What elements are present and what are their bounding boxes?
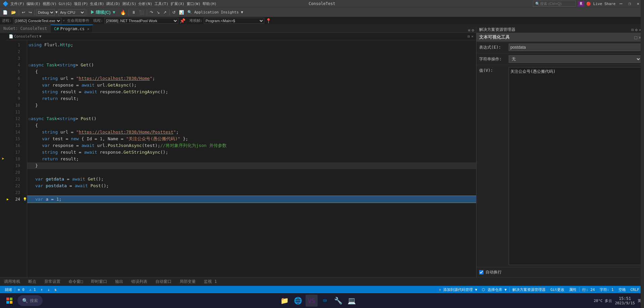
menu-tools[interactable]: 工具(T) [154, 1, 169, 6]
sb-up[interactable]: ↑ [39, 288, 45, 292]
line-num-21: 21 [6, 176, 27, 183]
btab-locals[interactable]: 局部变量 [176, 277, 200, 286]
btab-auto[interactable]: 自动窗口 [151, 277, 176, 286]
taskbar-icon-rider[interactable]: 🔧 [332, 295, 344, 307]
hot-reload-btn[interactable]: 🔥 [119, 9, 127, 16]
line-num-18: 18 [6, 156, 27, 162]
sb-encoding[interactable]: CRLF [629, 288, 642, 292]
cpu-config-select[interactable]: Any CPU [58, 9, 85, 16]
stop-btn[interactable]: ⬛ [138, 9, 145, 15]
tab-program-cs[interactable]: C# Program.cs × [51, 24, 93, 33]
open-folder-btn[interactable]: 📂 [10, 9, 17, 15]
btab-immediate[interactable]: 即时窗口 [87, 277, 111, 286]
sb-line: 行: 24 [580, 287, 597, 292]
sb-git-changes[interactable]: Git更改 [548, 287, 566, 292]
sb-properties[interactable]: 属性 [567, 287, 579, 292]
code-text[interactable]: using Flurl.Http; ⊟async Task<string> Ge… [27, 40, 476, 277]
line-num-24: ▶ 24 💡 [6, 196, 27, 203]
menu-debug[interactable]: 调试(D) [106, 1, 120, 6]
split-btn[interactable]: ⊟ [468, 34, 470, 39]
tab-close-btn[interactable]: × [87, 27, 89, 31]
step-into-btn[interactable]: ↘ [155, 9, 161, 15]
line-num-6: 6 [6, 75, 27, 82]
btab-callstack[interactable]: 调用堆栈 [0, 277, 24, 286]
line-num-17: 17 [6, 149, 27, 156]
code-line-22: var postdata = await Post(); [27, 183, 476, 189]
step-over-btn[interactable]: ↷ [148, 9, 154, 15]
windows-btn[interactable] [3, 294, 16, 307]
solution-tab-header: 解决方案资源管理器 ⊡ ⚙ ✕ [476, 27, 644, 33]
btab-watch1[interactable]: 监视 1 [200, 277, 221, 286]
menu-build[interactable]: 生成(B) [90, 1, 104, 6]
menu-git[interactable]: Git(G) [59, 2, 72, 6]
sb-solution-mgr[interactable]: 解决方案资源管理器 [510, 287, 548, 292]
taskbar-icon-browser[interactable]: 🌐 [292, 295, 304, 307]
pause-btn[interactable]: ⏸ [130, 9, 137, 15]
tab-nuget[interactable]: NuGet: ConsoleTest [0, 24, 51, 33]
viz-scrollbar[interactable] [641, 67, 641, 265]
sb-select-repo[interactable]: ⬡ 选择仓库 ▼ [480, 287, 509, 292]
taskbar-icon-terminal[interactable]: 💻 [346, 295, 358, 307]
menu-test[interactable]: 测试(S) [122, 1, 136, 6]
tab-list-icon[interactable]: ≡ [468, 28, 470, 33]
menu-help[interactable]: 帮助(H) [202, 1, 217, 6]
code-line-23 [27, 189, 476, 196]
diagnostic-btn[interactable]: 📊 [178, 9, 185, 15]
taskbar-icon-vs[interactable]: VS [306, 295, 318, 307]
continue-btn[interactable]: ▶ 继续(C) ▼ [88, 9, 118, 16]
taskbar-icon-vscode[interactable]: ⌨ [319, 295, 331, 307]
btab-breakpoints[interactable]: 断点 [24, 277, 40, 286]
line-num-11: 11 [6, 109, 27, 115]
restart-btn[interactable]: ↺ [171, 9, 177, 15]
redo-btn[interactable]: ↪ [27, 9, 33, 15]
close-editor-btn[interactable]: ✕ [471, 34, 473, 39]
search-input[interactable] [540, 2, 573, 6]
search-box[interactable]: 🔍 [533, 1, 576, 7]
taskbar-search-label: 搜索 [30, 298, 38, 304]
process-select[interactable]: [19852] ConsoleTest.exe [13, 18, 61, 24]
auto-wrap-checkbox[interactable] [479, 270, 484, 274]
step-out-btn[interactable]: ↗ [162, 9, 168, 15]
stack-label: 堆栈帧: [189, 18, 203, 23]
minimize-btn[interactable]: ─ [617, 1, 624, 6]
thread-select[interactable]: [29088] .NET ThreadPool Work [104, 18, 178, 24]
sb-git[interactable]: ⇅ [52, 288, 59, 292]
btab-output[interactable]: 输出 [111, 277, 127, 286]
solution-settings-icon[interactable]: ⚙ [635, 28, 638, 32]
new-file-btn[interactable]: 📄 [1, 9, 9, 15]
tab-settings-icon[interactable]: ⚙ [472, 28, 474, 33]
viz-expression-input[interactable] [509, 44, 641, 51]
undo-btn[interactable]: ↩ [20, 9, 27, 15]
menu-file[interactable]: 文件(F) [10, 1, 25, 6]
menu-view[interactable]: 视图(V) [43, 1, 57, 6]
solution-actions: ⊡ ⚙ ✕ [631, 28, 641, 32]
debug-config-select[interactable]: Debug [36, 9, 55, 16]
sb-warnings[interactable]: ⚠ 1 [27, 288, 38, 292]
menu-window[interactable]: 窗口(W) [187, 1, 201, 6]
sb-errors[interactable]: ⊗ 0 [16, 288, 27, 292]
code-content[interactable]: 1 2 3 4 5 [6, 40, 476, 277]
solution-collapse-icon[interactable]: ⊡ [631, 28, 634, 32]
sb-ready[interactable]: 就绪 [3, 287, 14, 292]
btab-exceptions[interactable]: 异常设置 [40, 277, 64, 286]
line-num-19: 19 [6, 162, 27, 169]
restore-btn[interactable]: ❐ [627, 1, 633, 6]
viz-maximize-icon[interactable]: □ [634, 35, 637, 40]
btab-command[interactable]: 命令窗□ [64, 277, 87, 286]
code-line-7: var response = await url.GetAsync(); [27, 82, 476, 89]
lifecycle-btn[interactable]: ⚡ 生命周期事件 [63, 18, 89, 23]
menu-extensions[interactable]: 扩展(X) [171, 1, 185, 6]
menu-analyze[interactable]: 分析(N) [138, 1, 152, 6]
live-share-btn[interactable]: 🔴 Live Share [586, 2, 615, 6]
taskbar-search[interactable]: 🔍 搜索 [17, 295, 43, 306]
line-num-2: 2 [6, 48, 27, 55]
menu-project[interactable]: 项目(P) [74, 1, 88, 6]
sb-down[interactable]: ↓ [45, 288, 52, 292]
current-line-arrow: ▶ [6, 196, 9, 203]
menu-edit[interactable]: 编辑(E) [27, 1, 41, 6]
btab-errors[interactable]: 错误列表 [127, 277, 151, 286]
sb-add-source[interactable]: ↑ 添加到源代码管理 ▼ [437, 287, 479, 292]
viz-string-ops-select[interactable]: 无 [509, 55, 641, 63]
stack-select[interactable]: Program.<Main>$ [204, 18, 264, 24]
taskbar-icon-folder[interactable]: 📁 [279, 295, 291, 307]
